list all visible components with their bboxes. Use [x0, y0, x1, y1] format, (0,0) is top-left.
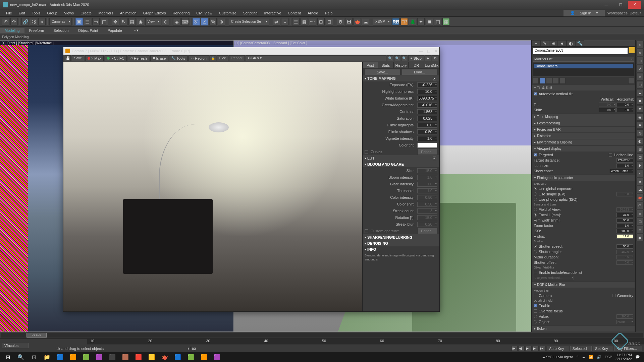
snap-3d-button[interactable]: 3³: [193, 18, 200, 25]
render-setup-button[interactable]: ⚙: [337, 18, 344, 25]
photo-iso-radio[interactable]: [534, 198, 537, 201]
shift-h-field[interactable]: 0.0: [616, 108, 633, 112]
ribbon-objectpaint[interactable]: Object Paint: [73, 28, 103, 33]
iso-field[interactable]: 100.0: [616, 229, 633, 233]
viewport-front-label[interactable]: [+] [Front ] [Standard ] [Wireframe ]: [2, 41, 54, 45]
menu-group[interactable]: Group: [44, 10, 61, 16]
remove-mod-button[interactable]: [553, 78, 559, 84]
app-taskbar-icon-6[interactable]: 🟫: [119, 352, 132, 362]
denoise-header[interactable]: DENOISING: [363, 240, 439, 246]
link-button[interactable]: 🔗: [21, 18, 29, 25]
tab-stats[interactable]: Stats: [378, 62, 393, 69]
ribbon-selection[interactable]: Selection: [49, 28, 73, 33]
rt-icon-8[interactable]: ■: [636, 97, 644, 105]
rollout-projvr[interactable]: Projection & VR: [532, 127, 635, 132]
toggle-ribbon-button[interactable]: ▦: [301, 18, 308, 25]
render-cloud-button[interactable]: ☁: [362, 18, 369, 25]
app-taskbar-icon-8[interactable]: 🟨: [145, 352, 158, 362]
mb-camera-check[interactable]: [534, 294, 537, 297]
tab-dr[interactable]: DR: [409, 62, 424, 69]
play-button[interactable]: ▶: [526, 346, 532, 351]
maximize-button[interactable]: ▢: [614, 1, 627, 9]
time-slider[interactable]: 0 / 100: [1, 333, 643, 338]
explorer-taskbar-icon[interactable]: 📁: [41, 352, 53, 362]
window-crossing-button[interactable]: ◫: [101, 18, 108, 25]
color-tint-swatch[interactable]: [417, 143, 437, 148]
select-by-name-button[interactable]: ☰: [84, 18, 91, 25]
custom-aperture-check[interactable]: [365, 229, 368, 233]
keyshort-button[interactable]: ⌨: [181, 18, 189, 25]
bloom-header[interactable]: BLOOM AND GLARE: [363, 161, 439, 167]
dof-enable-check[interactable]: [534, 304, 537, 307]
motion-tab[interactable]: ●: [558, 40, 567, 46]
shutterspeed-field[interactable]: 50.0: [616, 244, 633, 249]
manip-button[interactable]: ◈: [173, 18, 180, 25]
curves-check[interactable]: [365, 150, 368, 154]
render-button[interactable]: 🫖: [354, 18, 361, 25]
corona-zoom-fit-icon[interactable]: 🔍: [387, 55, 393, 61]
tray-lang-icon[interactable]: ESP: [605, 355, 612, 359]
post-load-button[interactable]: Load...: [402, 69, 438, 75]
corona-max-button[interactable]: ▢: [427, 49, 430, 53]
redo-button[interactable]: ↷: [10, 18, 18, 25]
auto-vtilt-check[interactable]: [534, 92, 537, 96]
tool-b-button[interactable]: ▣: [426, 18, 433, 25]
spinner-snap-button[interactable]: ⊕: [218, 18, 225, 25]
corona-region-button[interactable]: ▭ Region: [189, 55, 209, 61]
app-taskbar-icon-7[interactable]: 🟥: [132, 352, 145, 362]
rt-icon-9[interactable]: ▼: [636, 105, 644, 113]
app-taskbar-icon-4[interactable]: 🟪: [93, 352, 106, 362]
rollout-photo[interactable]: Photographic parameter: [532, 175, 635, 181]
app-taskbar-icon-9[interactable]: 🫖: [158, 352, 171, 362]
contrast-field[interactable]: 1.568: [417, 109, 437, 114]
exposure-field[interactable]: -0.226: [417, 82, 437, 87]
rollout-distortion[interactable]: Distortion: [532, 133, 635, 139]
rollout-postproc[interactable]: Postprocessing: [532, 120, 635, 126]
show-cone-dropdown[interactable]: When …cted: [610, 169, 633, 173]
corona-zoom-window-icon[interactable]: 🔍: [401, 55, 407, 61]
app-taskbar-icon-3[interactable]: 🟩: [80, 352, 93, 362]
rollout-bokeh[interactable]: Bokeh: [532, 326, 635, 331]
search-button[interactable]: 🔍: [14, 352, 27, 362]
rt-icon-14[interactable]: ⊞: [636, 145, 644, 153]
rt-icon-13[interactable]: ◐: [636, 137, 644, 145]
workspaces-dropdown[interactable]: Workspaces: Default: [605, 10, 644, 16]
camera-dropdown[interactable]: Cameras: [49, 18, 72, 25]
tone-mapping-enable[interactable]: [433, 77, 436, 80]
horizon-check[interactable]: [609, 153, 612, 157]
tilt-v-field[interactable]: 0.0: [599, 103, 615, 107]
corona-pick-button[interactable]: Pick: [217, 55, 228, 61]
menu-civilview[interactable]: Civil View: [193, 10, 215, 16]
zoom-field[interactable]: 1.0: [616, 224, 633, 228]
rt-icon-18[interactable]: ◈: [636, 178, 644, 185]
prev-frame-button[interactable]: ◀: [519, 346, 525, 351]
angle-snap-button[interactable]: ∠: [201, 18, 208, 25]
next-frame-button[interactable]: ▶: [533, 346, 539, 351]
create-tab[interactable]: +: [532, 40, 540, 46]
menu-scripting[interactable]: Scripting: [240, 10, 261, 16]
highlight-compress-field[interactable]: 10.0: [417, 89, 437, 94]
show-end-result-button[interactable]: [539, 78, 545, 84]
bind-button[interactable]: ≈: [38, 18, 46, 25]
tab-history[interactable]: History: [393, 62, 409, 69]
utilities-tab[interactable]: 🔧: [575, 40, 584, 46]
goto-start-button[interactable]: ⏮: [512, 346, 518, 351]
rt-icon-17[interactable]: 〰: [636, 170, 644, 177]
rt-icon-5[interactable]: ☼: [636, 73, 644, 80]
rt-icon-6[interactable]: ⊡: [636, 81, 644, 88]
hierarchy-tab[interactable]: ⊞: [549, 40, 558, 46]
app-taskbar-icon-10[interactable]: 🟦: [171, 352, 184, 362]
forest-button[interactable]: 🌲: [409, 18, 416, 25]
corona-tools-button[interactable]: 🔧 Tools: [169, 55, 187, 61]
app-taskbar-icon-13[interactable]: 🟪: [211, 352, 223, 362]
weather-widget[interactable]: ☁ 9°C Lluvia ligera: [542, 355, 573, 359]
corona-zoom-1to1-icon[interactable]: 🔍: [394, 55, 400, 61]
shift-v-field[interactable]: 0.0: [599, 108, 615, 112]
simple-ev-radio[interactable]: [534, 192, 537, 196]
material-editor-button[interactable]: ⊡: [326, 18, 333, 25]
app-taskbar-icon-11[interactable]: 🟩: [184, 352, 197, 362]
make-unique-button[interactable]: [546, 78, 552, 84]
override-focus-check[interactable]: [534, 309, 537, 313]
post-save-button[interactable]: Save...: [365, 69, 400, 75]
corona-play-icon[interactable]: ▶: [425, 55, 431, 61]
